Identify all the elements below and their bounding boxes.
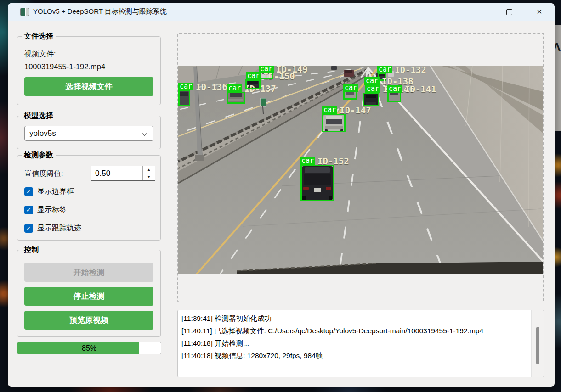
log-line: [11:39:41] 检测器初始化成功 bbox=[181, 312, 529, 325]
params-group: 检测参数 置信度阈值: ▲ ▼ ✓ 显示边界框 ✓ 显示标签 ✓ 显示跟踪轨迹 bbox=[17, 155, 161, 241]
checkbox-show-label[interactable]: ✓ bbox=[24, 206, 33, 214]
model-selected-value: yolov5s bbox=[29, 129, 56, 138]
detection-label: carID-147 bbox=[322, 106, 371, 114]
select-video-button[interactable]: 选择视频文件 bbox=[24, 77, 153, 96]
app-icon bbox=[20, 8, 29, 16]
detection-box bbox=[322, 114, 346, 132]
model-group: 模型选择 yolov5s bbox=[17, 116, 161, 149]
maximize-button[interactable] bbox=[494, 3, 524, 21]
spin-buttons: ▲ ▼ bbox=[142, 166, 155, 180]
progress-text: 85% bbox=[17, 342, 161, 354]
window-title: YOLOv5 + DeepSORT 目标检测与跟踪系统 bbox=[33, 7, 167, 16]
log-line: [11:40:18] 视频信息: 1280x720, 29fps, 984帧 bbox=[181, 349, 529, 362]
checkbox-show-bbox-label: 显示边界框 bbox=[37, 187, 74, 196]
model-group-title: 模型选择 bbox=[22, 111, 56, 121]
log-text: [11:39:41] 检测器初始化成功[11:40:11] 已选择视频文件: C… bbox=[178, 311, 531, 376]
detection-box bbox=[227, 92, 245, 104]
start-detect-button[interactable]: 开始检测 bbox=[24, 263, 153, 282]
checkbox-show-track-label: 显示跟踪轨迹 bbox=[37, 224, 81, 233]
detection-box bbox=[363, 93, 379, 106]
model-select[interactable]: yolov5s bbox=[24, 126, 153, 141]
video-file-label: 视频文件: bbox=[24, 50, 56, 59]
close-icon: × bbox=[537, 6, 542, 16]
maximize-icon bbox=[506, 9, 512, 15]
app-window: YOLOv5 + DeepSORT 目标检测与跟踪系统 × 文件选择 视频文件:… bbox=[8, 3, 555, 387]
minimize-icon bbox=[476, 12, 482, 12]
spin-up-icon[interactable]: ▲ bbox=[143, 166, 155, 174]
minimize-button[interactable] bbox=[464, 3, 494, 21]
video-filename: 1000319455-1-192.mp4 bbox=[24, 62, 105, 71]
detection-box bbox=[343, 90, 357, 100]
control-group-title: 控制 bbox=[22, 245, 41, 255]
spin-down-icon[interactable]: ▼ bbox=[143, 174, 155, 181]
title-bar[interactable]: YOLOv5 + DeepSORT 目标检测与跟踪系统 × bbox=[8, 3, 555, 21]
wallpaper-gray-area: Λ bbox=[554, 25, 561, 131]
chevron-down-icon bbox=[142, 130, 147, 136]
checkbox-show-track[interactable]: ✓ bbox=[24, 224, 33, 233]
file-group: 文件选择 视频文件: 1000319455-1-192.mp4 选择视频文件 bbox=[17, 36, 161, 105]
close-button[interactable]: × bbox=[524, 3, 555, 21]
detection-label: carID-136 bbox=[178, 83, 227, 90]
checkbox-row-track: ✓ 显示跟踪轨迹 bbox=[24, 224, 81, 233]
detection-label: carID-149 bbox=[259, 66, 308, 73]
stop-detect-button[interactable]: 停止检测 bbox=[24, 287, 153, 306]
detection-layer: carID-136carID-137carID-150carID-149carI… bbox=[178, 66, 543, 274]
params-group-title: 检测参数 bbox=[22, 151, 56, 160]
detection-box bbox=[245, 79, 261, 89]
log-line: [11:40:18] 开始检测... bbox=[181, 337, 529, 349]
control-group: 控制 开始检测 停止检测 预览原视频 bbox=[17, 250, 161, 337]
detection-label: car bbox=[343, 84, 358, 92]
detection-label: carID-141 bbox=[387, 85, 436, 93]
window-controls: × bbox=[464, 3, 555, 21]
checkbox-row-bbox: ✓ 显示边界框 bbox=[24, 187, 74, 196]
video-frame: carID-136carID-137carID-150carID-149carI… bbox=[178, 66, 543, 274]
detection-box bbox=[300, 165, 334, 201]
progress-bar: 85% bbox=[17, 342, 161, 354]
confidence-input[interactable] bbox=[91, 166, 142, 180]
log-scrollbar[interactable] bbox=[531, 310, 544, 377]
detection-label: carID-132 bbox=[377, 66, 426, 73]
log-line: [11:40:11] 已选择视频文件: C:/Users/qc/Desktop/… bbox=[181, 325, 529, 337]
preview-video-button[interactable]: 预览原视频 bbox=[24, 311, 153, 330]
detection-box bbox=[178, 90, 190, 106]
log-scrollbar-thumb[interactable] bbox=[536, 327, 539, 364]
file-group-title: 文件选择 bbox=[22, 32, 56, 41]
confidence-label: 置信度阈值: bbox=[24, 169, 63, 179]
checkbox-show-label-label: 显示标签 bbox=[37, 205, 67, 215]
log-panel[interactable]: [11:39:41] 检测器初始化成功[11:40:11] 已选择视频文件: C… bbox=[177, 310, 544, 377]
confidence-spinbox[interactable]: ▲ ▼ bbox=[91, 166, 155, 181]
checkbox-show-bbox[interactable]: ✓ bbox=[24, 187, 33, 196]
checkbox-row-label: ✓ 显示标签 bbox=[24, 205, 67, 214]
detection-label: carID-152 bbox=[300, 157, 349, 165]
